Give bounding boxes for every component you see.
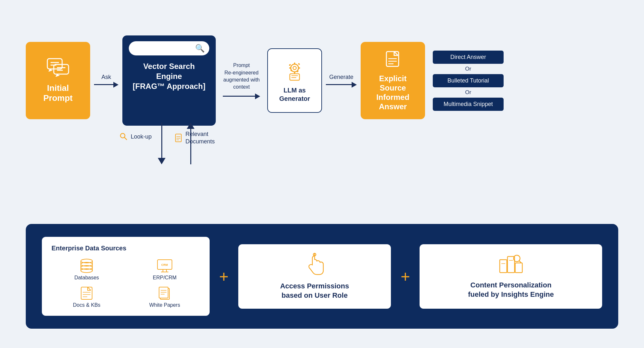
svg-rect-25 bbox=[175, 134, 181, 142]
svg-rect-9 bbox=[294, 72, 295, 73]
chat-icon bbox=[47, 58, 69, 79]
bottom-area: Enterprise Data Sources bbox=[26, 224, 618, 329]
prompt-re-area: Prompt Re-engineered augmented with cont… bbox=[216, 62, 267, 99]
bulleted-tutorial-option: Bulleted Tutorial bbox=[433, 74, 504, 87]
erp-crm-item: CRM ERP/CRM bbox=[129, 258, 200, 281]
down-arrow-container bbox=[158, 122, 166, 164]
svg-rect-10 bbox=[289, 67, 291, 69]
doc-icon-small bbox=[174, 133, 183, 142]
svg-rect-16 bbox=[290, 74, 299, 80]
lookup-area: Look-up bbox=[119, 132, 152, 141]
data-sources-grid: Databases CRM ERP/CRM bbox=[52, 258, 200, 308]
llm-icon bbox=[283, 58, 306, 82]
databases-icon bbox=[79, 258, 95, 273]
search-icon-small bbox=[119, 132, 128, 141]
initial-prompt-box: Initial Prompt bbox=[26, 42, 90, 119]
svg-rect-15 bbox=[298, 63, 300, 65]
ask-label: Ask bbox=[101, 74, 111, 81]
insights-icon bbox=[498, 253, 524, 276]
enterprise-data-box: Enterprise Data Sources bbox=[42, 237, 210, 316]
document-icon bbox=[383, 50, 402, 70]
access-permissions-box: Access Permissions based on User Role bbox=[238, 244, 391, 309]
or-2: Or bbox=[433, 89, 504, 96]
prompt-re-label: Prompt Re-engineered augmented with cont… bbox=[223, 62, 260, 91]
svg-rect-58 bbox=[515, 263, 522, 273]
multimedia-snippet-option: Multimedia Snippet bbox=[433, 98, 504, 111]
or-1: Or bbox=[433, 66, 504, 72]
databases-label: Databases bbox=[74, 275, 99, 281]
bottom-container: Enterprise Data Sources bbox=[26, 224, 618, 329]
llm-label: LLM as Generator bbox=[279, 86, 310, 103]
svg-point-7 bbox=[293, 66, 296, 70]
vector-search-label: Vector Search Engine [FRAG™ Approach] bbox=[133, 61, 205, 92]
svg-rect-56 bbox=[500, 260, 507, 273]
search-icon: 🔍 bbox=[195, 44, 205, 53]
up-arrow-container bbox=[187, 122, 194, 164]
erp-crm-icon: CRM bbox=[156, 258, 174, 273]
white-papers-icon bbox=[156, 286, 173, 300]
ask-arrow: Ask bbox=[90, 74, 122, 88]
vector-search-box: 🔍 Vector Search Engine [FRAG™ Approach] bbox=[122, 35, 216, 126]
svg-rect-8 bbox=[294, 63, 295, 64]
svg-rect-11 bbox=[298, 67, 300, 69]
initial-prompt-label: Initial Prompt bbox=[43, 83, 73, 103]
top-flow: Initial Prompt Ask 🔍 Vector Search Engin… bbox=[26, 35, 618, 126]
erp-crm-label: ERP/CRM bbox=[153, 275, 177, 281]
docs-kbs-item: Docs & KBs bbox=[52, 286, 122, 308]
svg-line-24 bbox=[124, 137, 127, 140]
content-personalization-box: Content Personalization fueled by Insigh… bbox=[420, 244, 602, 309]
llm-box: LLM as Generator bbox=[267, 48, 322, 113]
generate-label: Generate bbox=[329, 74, 353, 81]
white-papers-label: White Papers bbox=[149, 302, 180, 308]
output-options-area: Direct Answer Or Bulleted Tutorial Or Mu… bbox=[433, 51, 504, 111]
svg-rect-45 bbox=[81, 287, 92, 299]
access-permissions-label: Access Permissions based on User Role bbox=[280, 282, 349, 300]
svg-rect-12 bbox=[289, 64, 291, 66]
content-personalization-label: Content Personalization fueled by Insigh… bbox=[468, 281, 554, 299]
svg-rect-50 bbox=[159, 287, 168, 298]
hand-touch-icon bbox=[303, 253, 326, 276]
plus-sign-1: + bbox=[210, 267, 238, 286]
generate-arrow: Generate bbox=[322, 74, 361, 88]
enterprise-data-title: Enterprise Data Sources bbox=[52, 245, 200, 252]
explicit-source-label: Explicit Source Informed Answer bbox=[376, 74, 410, 111]
docs-kbs-label: Docs & KBs bbox=[73, 302, 100, 308]
docs-kbs-icon bbox=[79, 286, 95, 300]
main-diagram: Initial Prompt Ask 🔍 Vector Search Engin… bbox=[16, 16, 628, 332]
direct-answer-option: Direct Answer bbox=[433, 51, 504, 64]
white-papers-item: White Papers bbox=[129, 286, 200, 308]
explicit-source-box: Explicit Source Informed Answer bbox=[361, 42, 425, 119]
svg-text:CRM: CRM bbox=[161, 263, 168, 266]
lookup-label: Look-up bbox=[131, 133, 152, 140]
svg-point-23 bbox=[120, 133, 125, 138]
plus-sign-2: + bbox=[391, 267, 420, 286]
databases-item: Databases bbox=[52, 258, 122, 281]
search-bar: 🔍 bbox=[129, 41, 209, 55]
